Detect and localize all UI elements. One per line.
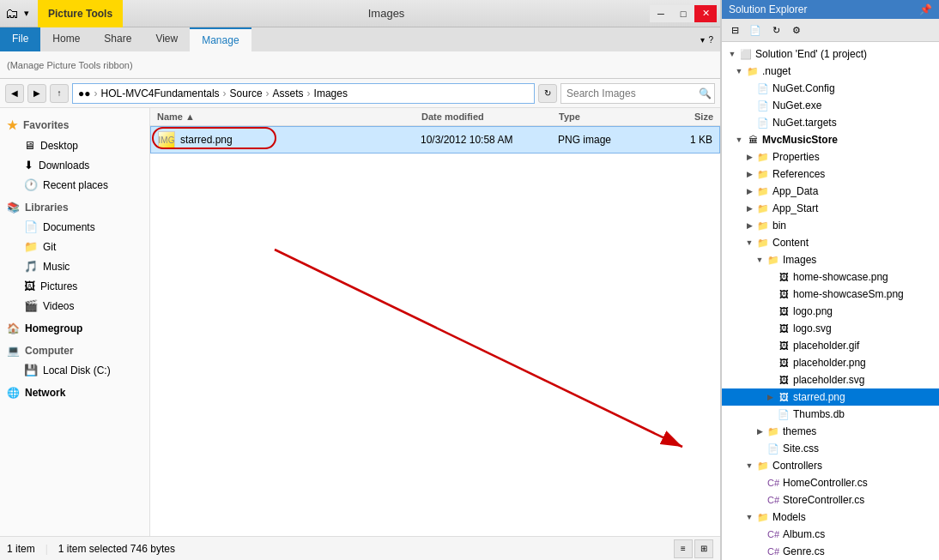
se-refresh[interactable]: ↻ [766,21,785,39]
libraries-header[interactable]: 📚 Libraries [0,198,149,217]
list-view-button[interactable]: ≡ [674,539,693,558]
image-icon: 🖼 [777,270,791,284]
col-type-header[interactable]: Type [559,111,645,122]
sidebar-item-pictures[interactable]: 🖼 Pictures [0,276,149,296]
downloads-icon: ⬇ [24,159,33,172]
network-item[interactable]: 🌐 Network [0,383,149,402]
sidebar-item-git[interactable]: 📁 Git [0,237,149,256]
music-icon: 🎵 [24,260,38,273]
detail-view-button[interactable]: ⊞ [694,539,713,558]
status-bar: 1 item | 1 item selected 746 bytes ≡ ⊞ [0,536,720,560]
tree-images-folder[interactable]: ▼ 📁 Images [722,251,939,268]
col-size-header[interactable]: Size [645,111,713,122]
back-button[interactable]: ◀ [5,84,24,103]
tree-placeholder-gif[interactable]: 🖼 placeholder.gif [722,337,939,354]
tree-site-css[interactable]: 📄 Site.css [722,440,939,457]
image-icon: 🖼 [777,304,791,318]
homegroup-item[interactable]: 🏠 Homegroup [0,319,149,338]
tree-logo-svg[interactable]: 🖼 logo.svg [722,320,939,337]
tree-store-controller[interactable]: C# StoreController.cs [722,491,939,509]
tree-mvcmusicstore[interactable]: ▼ 🏛 MvcMusicStore [722,131,939,148]
sidebar-item-documents[interactable]: 📄 Documents [0,217,149,237]
forward-button[interactable]: ▶ [27,84,46,103]
sidebar-item-localdisk[interactable]: 💾 Local Disk (C:) [0,360,149,380]
close-button[interactable]: ✕ [694,5,717,22]
tree-home-showcase[interactable]: 🖼 home-showcase.png [722,268,939,286]
tab-home[interactable]: Home [40,27,92,51]
file-type: PNG image [558,134,644,146]
desktop-icon: 🖥 [24,139,35,152]
solution-explorer: Solution Explorer 📌 ⊟ 📄 ↻ ⚙ ▼ ⬜ Solution… [721,0,939,560]
tree-home-controller[interactable]: C# HomeController.cs [722,474,939,491]
tree-album-cs[interactable]: C# Album.cs [722,526,939,543]
project-icon: 🏛 [746,133,760,147]
up-button[interactable]: ↑ [50,84,69,103]
folder-icon: 📁 [756,184,770,198]
tree-genre-cs[interactable]: C# Genre.cs [722,543,939,560]
tree-controllers[interactable]: ▼ 📁 Controllers [722,457,939,474]
tab-file[interactable]: File [0,27,40,51]
tree-app-start[interactable]: ▶ 📁 App_Start [722,200,939,217]
tree-themes[interactable]: ▶ 📁 themes [722,423,939,440]
tree-nuget-exe[interactable]: 📄 NuGet.exe [722,97,939,114]
tree-placeholder-png[interactable]: 🖼 placeholder.png [722,354,939,371]
search-box[interactable]: 🔍 [560,83,715,104]
ribbon-options[interactable]: ▾ [700,35,705,45]
maximize-button[interactable]: □ [672,5,694,22]
tree-placeholder-svg[interactable]: 🖼 placeholder.svg [722,371,939,388]
minimize-button[interactable]: ─ [650,5,672,22]
videos-icon: 🎬 [24,299,38,312]
search-icon: 🔍 [699,87,712,99]
sidebar-item-desktop[interactable]: 🖥 Desktop [0,135,149,155]
folder-icon: 📁 [766,425,780,438]
tab-manage[interactable]: Manage [190,27,251,51]
file-item-starred[interactable]: IMG starred.png 10/3/2012 10:58 AM PNG i… [150,126,720,154]
favorites-header[interactable]: ★ Favorites [0,115,149,135]
tree-references[interactable]: ▶ 📁 References [722,166,939,183]
help-button[interactable]: ? [708,35,713,45]
tab-share[interactable]: Share [92,27,143,51]
sidebar-item-downloads[interactable]: ⬇ Downloads [0,155,149,175]
col-name-header[interactable]: Name ▲ [157,111,421,122]
libraries-section: 📚 Libraries 📄 Documents 📁 Git 🎵 Music 🖼 [0,198,149,316]
sidebar-item-videos[interactable]: 🎬 Videos [0,296,149,316]
image-icon: 🖼 [777,390,791,404]
se-collapse-all[interactable]: ⊟ [725,21,744,39]
tree-logo-png[interactable]: 🖼 logo.png [722,303,939,320]
file-name: starred.png [180,134,421,146]
sidebar: ★ Favorites 🖥 Desktop ⬇ Downloads 🕐 Rece… [0,108,150,536]
tree-home-showcasesm[interactable]: 🖼 home-showcaseSm.png [722,286,939,303]
tree-bin[interactable]: ▶ 📁 bin [722,217,939,234]
sidebar-item-music[interactable]: 🎵 Music [0,256,149,276]
item-count: 1 item [7,543,35,555]
tree-nuget-targets[interactable]: 📄 NuGet.targets [722,114,939,131]
folder-icon: 📁 [746,64,760,78]
folder-icon: 📁 [756,219,770,232]
se-properties[interactable]: ⚙ [787,21,806,39]
git-icon: 📁 [24,240,38,253]
recent-icon: 🕐 [24,178,38,191]
tree-thumbs-db[interactable]: 📄 Thumbs.db [722,406,939,423]
tree-content[interactable]: ▼ 📁 Content [722,234,939,251]
col-date-header[interactable]: Date modified [421,111,559,122]
se-pin-button[interactable]: 📌 [919,3,932,15]
cs-icon: C# [766,493,780,507]
computer-header[interactable]: 💻 Computer [0,341,149,360]
tree-nuget[interactable]: ▼ 📁 .nuget [722,63,939,80]
sidebar-item-recent[interactable]: 🕐 Recent places [0,175,149,195]
tree-nuget-config[interactable]: 📄 NuGet.Config [722,80,939,97]
address-path[interactable]: ●● › HOL-MVC4Fundamentals › Source › Ass… [72,83,535,104]
tree-starred-png[interactable]: ▶ 🖼 starred.png [722,388,939,406]
tree-models[interactable]: ▼ 📁 Models [722,509,939,526]
picture-tools-tab[interactable]: Picture Tools [38,0,123,27]
refresh-button[interactable]: ↻ [538,84,557,103]
tree-app-data[interactable]: ▶ 📁 App_Data [722,183,939,200]
tree-solution-root[interactable]: ▼ ⬜ Solution 'End' (1 project) [722,45,939,63]
se-title: Solution Explorer [729,3,807,15]
tab-view[interactable]: View [143,27,190,51]
file-date: 10/3/2012 10:58 AM [421,134,558,146]
se-show-all-files[interactable]: 📄 [746,21,765,39]
tree-properties[interactable]: ▶ 📁 Properties [722,148,939,166]
file-icon-starred: IMG [158,131,175,148]
search-input[interactable] [566,87,695,99]
